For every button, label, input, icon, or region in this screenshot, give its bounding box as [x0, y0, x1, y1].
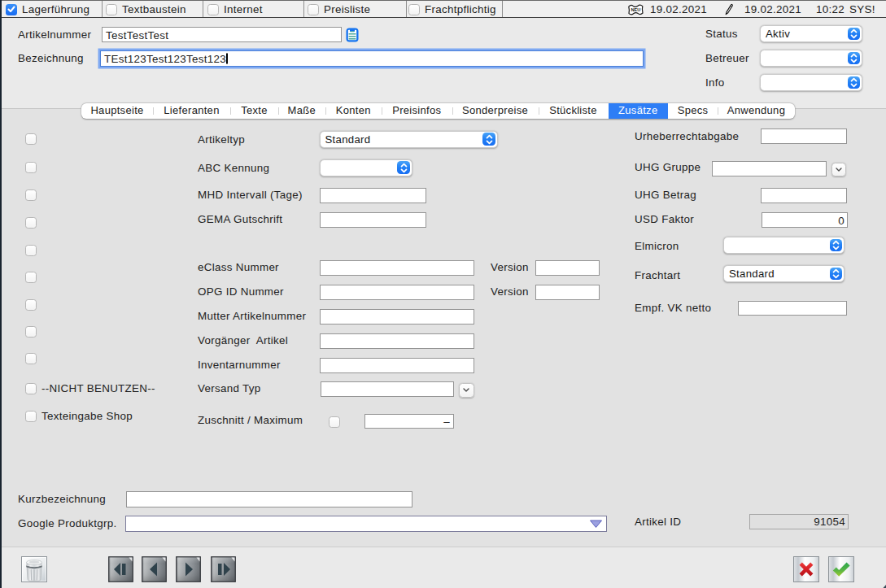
svg-text:NEU: NEU: [631, 7, 640, 12]
